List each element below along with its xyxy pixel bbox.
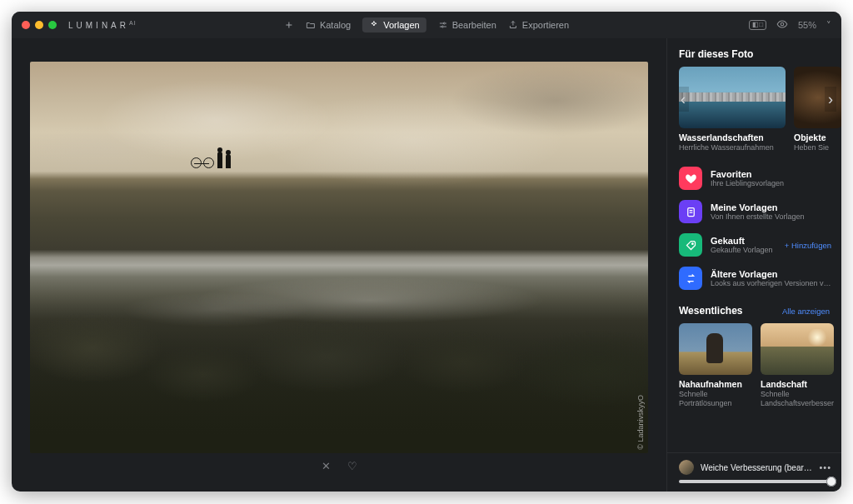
preview-toggle[interactable] — [776, 18, 788, 32]
essentials-card[interactable]: Landschaft Schnelle Landschaftsverbesser… — [761, 323, 834, 407]
essentials-card-title: Landschaft — [761, 379, 834, 389]
brand-suffix: AI — [129, 20, 137, 26]
category-favorites[interactable]: Favoriten Ihre Lieblingsvorlagen — [679, 167, 831, 190]
essentials-card-sub: Schnelle Landschaftsverbesserungen — [761, 390, 834, 407]
sparkle-icon — [369, 20, 379, 30]
minimize-window-button[interactable] — [35, 21, 43, 29]
canvas-area: © LadanivskyyO ✕ ♡ — [12, 38, 666, 492]
window-controls — [22, 21, 57, 29]
close-window-button[interactable] — [22, 21, 30, 29]
export-icon — [508, 20, 518, 30]
favorite-button[interactable]: ♡ — [347, 460, 357, 472]
photo-silhouette — [191, 152, 231, 168]
strength-row: Weiche Verbesserung (bearbeite ••• — [679, 460, 831, 475]
essentials-header: Wesentliches Alle anzeigen — [679, 305, 841, 317]
show-all-link[interactable]: Alle anzeigen — [782, 307, 830, 316]
applied-template-label: Weiche Verbesserung (bearbeite — [701, 463, 812, 472]
carousel-card-title: Wasserlandschaften — [679, 132, 786, 142]
strength-bar: Weiche Verbesserung (bearbeite ••• — [667, 452, 841, 492]
essentials-card-title: Nahaufnahmen — [679, 379, 752, 389]
carousel-card[interactable]: Wasserlandschaften Herrliche Wasseraufna… — [679, 67, 786, 152]
essentials-thumb — [679, 323, 752, 375]
reject-button[interactable]: ✕ — [322, 460, 331, 472]
folder-icon — [306, 20, 316, 30]
person-silhouette — [217, 152, 222, 168]
nav-catalog[interactable]: Katalog — [306, 20, 351, 30]
svg-point-2 — [781, 22, 784, 26]
app-window: LUMINARAI Katalog Vorlagen Bearbeiten Ex… — [12, 12, 841, 492]
category-purchased[interactable]: Gekauft Gekaufte Vorlagen + Hinzufügen — [679, 233, 831, 257]
nav-templates[interactable]: Vorlagen — [362, 17, 426, 32]
zoom-window-button[interactable] — [48, 21, 57, 29]
category-name: Meine Vorlagen — [711, 202, 831, 212]
carousel-card-title: Objekte — [794, 132, 841, 142]
template-carousel: ‹ Wasserlandschaften Herrliche Wasserauf… — [679, 67, 841, 152]
essentials-title: Wesentliches — [679, 305, 742, 317]
svg-point-1 — [441, 26, 443, 27]
essentials-thumb — [761, 323, 834, 375]
add-button[interactable] — [284, 20, 294, 30]
side-panel: Für dieses Foto ‹ Wasserlandschaften Her… — [666, 38, 841, 492]
photo-viewer[interactable]: © LadanivskyyO — [30, 62, 648, 453]
carousel-prev-button[interactable]: ‹ — [679, 87, 689, 112]
svg-point-4 — [691, 243, 693, 245]
for-this-photo-title: Für dieses Foto — [679, 48, 841, 60]
category-desc: Ihre Lieblingsvorlagen — [711, 179, 831, 187]
app-brand: LUMINARAI — [68, 20, 137, 30]
category-my-templates[interactable]: Meine Vorlagen Von Ihnen erstellte Vorla… — [679, 200, 831, 223]
strength-slider[interactable] — [679, 480, 831, 483]
category-list: Favoriten Ihre Lieblingsvorlagen Meine V… — [679, 167, 841, 290]
carousel-card-sub: Heben Sie — [794, 143, 841, 152]
category-desc: Gekaufte Vorlagen — [711, 246, 776, 254]
titlebar: LUMINARAI Katalog Vorlagen Bearbeiten Ex… — [12, 12, 841, 38]
category-name: Gekauft — [711, 236, 776, 246]
nav-templates-label: Vorlagen — [383, 20, 419, 30]
category-name: Ältere Vorlagen — [711, 269, 831, 279]
document-icon — [679, 200, 702, 223]
photo-credit: © LadanivskyyO — [636, 395, 645, 450]
zoom-value[interactable]: 55% — [798, 20, 816, 30]
carousel-next-button[interactable]: › — [825, 87, 836, 112]
photo-grass-layer — [30, 277, 648, 454]
brand-name: LUMINAR — [68, 21, 129, 30]
person-silhouette — [226, 154, 231, 168]
side-scroll: Für dieses Foto ‹ Wasserlandschaften Her… — [667, 38, 841, 452]
nav-edit[interactable]: Bearbeiten — [438, 20, 496, 30]
bike-silhouette — [191, 152, 214, 168]
applied-template-thumb[interactable] — [679, 460, 694, 475]
canvas-footer: ✕ ♡ — [322, 460, 357, 472]
sliders-icon — [438, 20, 448, 30]
category-desc: Looks aus vorherigen Versionen von Lumin… — [711, 279, 831, 287]
category-legacy[interactable]: Ältere Vorlagen Looks aus vorherigen Ver… — [679, 267, 831, 290]
svg-point-0 — [443, 22, 445, 24]
swap-icon — [679, 267, 702, 290]
nav-catalog-label: Katalog — [320, 20, 351, 30]
nav-export[interactable]: Exportieren — [508, 20, 569, 30]
essentials-card-sub: Schnelle Porträtlösungen — [679, 390, 752, 407]
nav-edit-label: Bearbeiten — [452, 20, 496, 30]
eye-icon — [776, 18, 788, 30]
template-more-button[interactable]: ••• — [819, 462, 831, 472]
workspace: © LadanivskyyO ✕ ♡ Für dieses Foto ‹ Was… — [12, 38, 841, 492]
zoom-chevron-icon[interactable]: ˅ — [826, 20, 831, 31]
add-purchased-link[interactable]: + Hinzufügen — [785, 241, 831, 250]
top-nav: Katalog Vorlagen Bearbeiten Exportieren — [284, 17, 569, 32]
essentials-card[interactable]: Nahaufnahmen Schnelle Porträtlösungen — [679, 323, 752, 407]
heart-icon — [679, 167, 702, 190]
essentials-grid: Nahaufnahmen Schnelle Porträtlösungen La… — [679, 323, 841, 407]
category-name: Favoriten — [711, 169, 831, 179]
carousel-card-sub: Herrliche Wasseraufnahmen — [679, 143, 786, 152]
top-right-controls: ◧□ 55% ˅ — [749, 18, 831, 32]
carousel-thumb — [679, 67, 786, 128]
plus-icon — [284, 20, 294, 30]
tag-icon — [679, 233, 702, 257]
category-desc: Von Ihnen erstellte Vorlagen — [711, 212, 831, 221]
compare-toggle-icon[interactable]: ◧□ — [749, 20, 766, 30]
nav-export-label: Exportieren — [522, 20, 569, 30]
